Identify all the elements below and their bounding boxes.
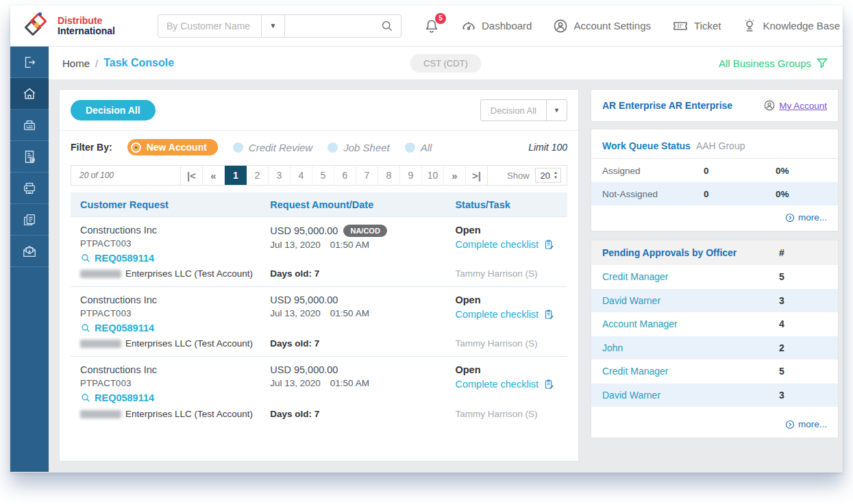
account-code: PTPACT003 xyxy=(80,378,270,388)
company-logo[interactable]: Distribute International xyxy=(24,12,115,40)
show-count-stepper[interactable]: 20 ▲▼ xyxy=(535,168,561,183)
request-id-link[interactable]: REQ0589114 xyxy=(80,323,270,333)
sidebar-item-home[interactable] xyxy=(10,78,49,110)
officer-name-link[interactable]: David Warner xyxy=(602,295,779,306)
filter-row: Filter By: New Account Credit Review xyxy=(71,139,567,155)
work-queue-more-link[interactable]: more... xyxy=(785,212,827,223)
entity-line: Enterprises LLC (Test Account) xyxy=(80,409,270,419)
nav-knowledge-base[interactable]: Knowledge Base xyxy=(741,18,840,34)
approvals-header-row: Pending Approvals by Officer # xyxy=(591,240,838,265)
user-menu[interactable]: ▼ xyxy=(840,18,843,34)
magnifier-icon xyxy=(80,323,91,333)
redacted-text xyxy=(80,270,121,278)
customer-name: Constructions Inc xyxy=(80,294,270,305)
redacted-text xyxy=(80,340,121,348)
nav-ticket-label: Ticket xyxy=(694,20,721,32)
approval-row: Credit Manager 5 xyxy=(591,265,838,289)
nav-account-settings[interactable]: Account Settings xyxy=(552,18,651,34)
pagination-page-2[interactable]: 2 xyxy=(247,166,269,185)
home-icon xyxy=(22,86,37,101)
filter-option-new-account[interactable]: New Account xyxy=(127,139,218,155)
sidebar-item-logout[interactable] xyxy=(10,47,49,78)
search-category-caret[interactable]: ▼ xyxy=(262,14,285,38)
officer-name-link[interactable]: Credit Manager xyxy=(602,271,779,282)
approvals-more-link[interactable]: more... xyxy=(785,419,827,429)
pagination-page-5[interactable]: 5 xyxy=(312,166,334,185)
table-row: Constructions Inc PTPACT003 REQ0589114 E… xyxy=(71,357,567,427)
filter-option-all[interactable]: All xyxy=(405,142,432,153)
pagination-page-3[interactable]: 3 xyxy=(269,166,290,185)
sidebar-item-printer[interactable] xyxy=(10,173,49,204)
pagination-page-10[interactable]: 10 xyxy=(422,166,444,185)
nav-ticket[interactable]: Ticket xyxy=(671,18,721,34)
filter-option-label: New Account xyxy=(147,142,207,153)
pagination-range-label: 20 of 100 xyxy=(71,166,181,185)
decision-all-button[interactable]: Decision All xyxy=(71,100,156,121)
search-icon[interactable] xyxy=(380,19,394,33)
pagination-page-8[interactable]: 8 xyxy=(378,166,400,185)
status-label: Open xyxy=(455,225,567,236)
decision-dropdown[interactable]: Decision All ▼ xyxy=(480,99,567,121)
pagination-first-button[interactable]: |< xyxy=(181,166,203,185)
complete-checklist-link[interactable]: Complete checklist xyxy=(455,308,567,320)
breadcrumb-separator: / xyxy=(95,58,98,69)
approvals-title: Pending Approvals by Officer xyxy=(602,247,779,258)
filter-option-credit-review[interactable]: Credit Review xyxy=(233,142,312,153)
request-id-link[interactable]: REQ0589114 xyxy=(80,392,270,403)
search-category-select[interactable]: By Customer Name xyxy=(158,14,262,38)
pagination-page-4[interactable]: 4 xyxy=(290,166,312,185)
officer-name-link[interactable]: David Warner xyxy=(602,390,779,401)
sidebar-item-mail-document[interactable] xyxy=(10,236,49,267)
request-time: 01:50 AM xyxy=(330,240,369,250)
pagination-next-button[interactable]: » xyxy=(444,166,466,185)
days-old: Days old: 7 xyxy=(270,268,455,279)
business-groups-filter[interactable]: All Business Groups xyxy=(719,56,829,70)
pagination-page-1[interactable]: 1 xyxy=(225,166,247,185)
status-label: Open xyxy=(455,294,567,305)
nav-account-settings-label: Account Settings xyxy=(573,20,651,32)
officer-name-link[interactable]: Account Manager xyxy=(602,318,779,329)
checklist-icon xyxy=(543,238,555,251)
filter-option-label: Job Sheet xyxy=(343,142,390,153)
page-title: Task Console xyxy=(103,57,174,69)
nav-dashboard-label: Dashboard xyxy=(482,20,532,32)
request-id-link[interactable]: REQ0589114 xyxy=(80,253,270,264)
pagination-page-6[interactable]: 6 xyxy=(334,166,356,185)
officer-name-link[interactable]: John xyxy=(602,342,779,353)
search-input[interactable] xyxy=(285,14,401,38)
sidebar-item-fax[interactable] xyxy=(10,110,49,141)
breadcrumb-bar: Home / Task Console CST (CDT) All Busine… xyxy=(49,47,843,79)
approval-row: Credit Manager 5 xyxy=(591,360,838,383)
approvals-count-header: # xyxy=(779,247,827,258)
decision-dropdown-caret-icon: ▼ xyxy=(546,100,567,121)
pagination-page-9[interactable]: 9 xyxy=(400,166,422,185)
officer-name-link[interactable]: Credit Manager xyxy=(602,366,779,377)
pagination-page-7[interactable]: 7 xyxy=(356,166,378,185)
complete-checklist-link[interactable]: Complete checklist xyxy=(455,378,567,390)
table-row: Constructions Inc PTPACT003 REQ0589114 E… xyxy=(71,217,567,287)
my-account-link[interactable]: My Account xyxy=(763,99,827,112)
header-nav: Dashboard Account Settings Ticket xyxy=(460,18,840,34)
radio-selected-icon xyxy=(131,142,141,153)
breadcrumb-home-link[interactable]: Home xyxy=(62,58,90,69)
sidebar-item-documents[interactable] xyxy=(10,204,49,236)
stepper-arrows-icon[interactable]: ▲▼ xyxy=(554,171,558,179)
sidebar-item-document-reject[interactable] xyxy=(10,141,49,173)
redacted-text xyxy=(80,410,121,418)
notifications-button[interactable]: 5 xyxy=(423,18,440,34)
logo-text: Distribute International xyxy=(58,16,115,36)
nav-dashboard[interactable]: Dashboard xyxy=(460,18,532,34)
request-date: Jul 13, 2020 xyxy=(270,378,321,388)
ticket-icon xyxy=(671,18,689,34)
approval-row: John 2 xyxy=(591,336,838,360)
global-search: By Customer Name ▼ xyxy=(158,14,401,38)
pagination-prev-button[interactable]: « xyxy=(203,166,225,185)
documents-copy-icon xyxy=(22,212,37,227)
assignee-name: Tammy Harrison (S) xyxy=(455,268,567,279)
pagination-last-button[interactable]: >| xyxy=(466,166,488,185)
complete-checklist-link[interactable]: Complete checklist xyxy=(455,238,567,251)
filter-option-job-sheet[interactable]: Job Sheet xyxy=(327,142,390,153)
show-per-page: Show 20 ▲▼ xyxy=(507,166,567,185)
table-header-row: Customer Request Request Amount/Date Sta… xyxy=(71,192,567,217)
filter-option-label: All xyxy=(421,142,432,153)
